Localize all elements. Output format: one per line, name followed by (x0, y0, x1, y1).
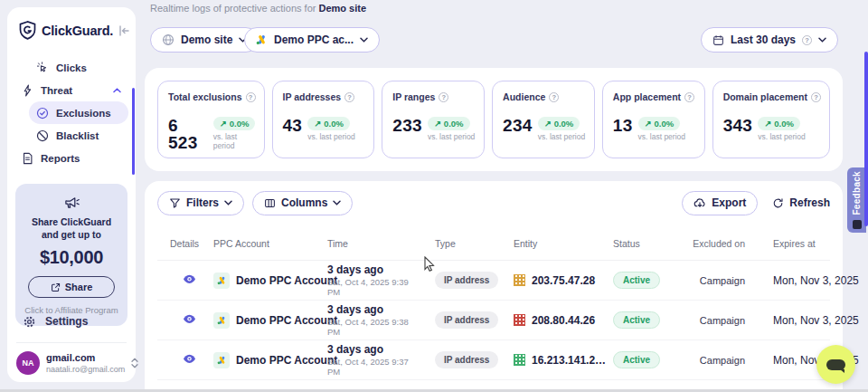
external-link-icon (51, 282, 61, 292)
excluded-on-value: Campaign (691, 355, 758, 366)
sidebar-item-settings[interactable]: Settings (7, 310, 136, 333)
check-circle-icon (36, 107, 49, 120)
site-selector-dropdown[interactable]: Demo site (150, 27, 259, 53)
info-icon[interactable]: ? (549, 92, 559, 102)
report-document-icon (22, 152, 33, 165)
sidebar: ClickGuard. Clicks Threat Exclusions (7, 7, 136, 382)
ban-icon (36, 129, 49, 142)
stat-card-ip-addresses: IP addresses? 43 ↗0.0% vs. last period (272, 81, 375, 158)
account-name: gmail.com (46, 352, 125, 365)
avatar: NA (16, 351, 40, 375)
type-badge: IP address (435, 351, 498, 368)
realtime-caption-text: Realtime logs of protective actions for (150, 3, 318, 14)
export-label: Export (712, 196, 746, 209)
time-relative: 3 days ago (327, 263, 420, 276)
time-relative: 3 days ago (327, 343, 420, 356)
sidebar-item-label: Clicks (56, 62, 87, 73)
stat-card-ip-ranges: IP ranges? 233 ↗0.0% vs. last period (382, 81, 485, 158)
entity-value: 208.80.44.26 (532, 314, 595, 327)
feedback-emoji-icon (853, 220, 862, 229)
col-header-excluded-on[interactable]: Excluded on (691, 238, 758, 250)
type-badge: IP address (435, 272, 498, 289)
sidebar-item-threat[interactable]: Threat (14, 79, 128, 101)
sidebar-nav: Clicks Threat Exclusions Blacklist (7, 49, 136, 169)
col-header-details[interactable]: Details (157, 238, 197, 250)
google-ads-icon (213, 312, 230, 329)
time-absolute: Sat, Oct 4, 2025 9:37 PM (327, 357, 420, 377)
type-badge: IP address (435, 311, 498, 329)
chat-launcher-button[interactable] (816, 345, 855, 384)
stat-period: vs. last period (538, 132, 585, 141)
details-eye-icon[interactable] (183, 314, 196, 324)
col-header-ppc-account[interactable]: PPC Account (197, 238, 311, 250)
refresh-button[interactable]: Refresh (772, 196, 830, 209)
date-range-dropdown[interactable]: Last 30 days ? (701, 27, 838, 53)
expires-at-value: Mon, Nov 3, 2025 (758, 314, 830, 327)
details-eye-icon[interactable] (183, 354, 196, 364)
info-icon: ? (802, 35, 812, 45)
entity-identicon (514, 314, 525, 326)
sidebar-item-label: Threat (41, 85, 72, 96)
gear-icon (23, 315, 36, 329)
col-header-status[interactable]: Status (599, 238, 691, 250)
sidebar-item-exclusions[interactable]: Exclusions (29, 101, 128, 124)
col-header-type[interactable]: Type (420, 238, 499, 250)
stat-label: Domain placement (723, 91, 807, 102)
sidebar-item-blacklist[interactable]: Blacklist (29, 124, 128, 147)
col-header-time[interactable]: Time (311, 238, 420, 250)
sidebar-item-label: Reports (41, 153, 80, 164)
calendar-icon (712, 34, 724, 46)
time-absolute: Sat, Oct 4, 2025 9:39 PM (327, 277, 420, 297)
stat-period: vs. last period (428, 132, 475, 141)
stat-value: 343 (723, 117, 753, 134)
info-icon[interactable]: ? (811, 92, 821, 102)
stat-card-domain-placement: Domain placement? 343 ↗0.0% vs. last per… (712, 81, 830, 158)
columns-label: Columns (281, 196, 327, 209)
google-ads-icon (213, 272, 230, 289)
account-switcher[interactable]: NA gmail.com naatali.ro@gmail.com (7, 351, 136, 375)
col-header-entity[interactable]: Entity (499, 238, 599, 250)
collapse-sidebar-icon[interactable] (118, 25, 130, 36)
funnel-icon (169, 197, 181, 209)
details-eye-icon[interactable] (183, 274, 196, 284)
info-icon[interactable]: ? (439, 92, 448, 102)
stat-value: 6 523 (168, 117, 208, 151)
filters-label: Filters (186, 196, 219, 209)
info-icon[interactable]: ? (684, 92, 694, 102)
share-button[interactable]: Share (28, 276, 115, 298)
export-button[interactable]: Export (682, 191, 758, 215)
vertical-scrollbar[interactable] (864, 52, 868, 226)
table-row: Demo PPC Account 3 days agoSat, Oct 4, 2… (157, 340, 830, 380)
info-icon[interactable]: ? (246, 92, 256, 102)
sidebar-item-clicks[interactable]: Clicks (29, 56, 128, 79)
columns-button[interactable]: Columns (252, 191, 353, 215)
stat-period: vs. last period (638, 132, 685, 141)
chevron-up-icon[interactable] (113, 88, 121, 93)
sidebar-item-reports[interactable]: Reports (14, 147, 128, 169)
stat-period: vs. last period (213, 132, 256, 150)
globe-icon (162, 33, 175, 46)
date-range-value: Last 30 days (731, 33, 796, 46)
refresh-icon (772, 197, 784, 209)
feedback-tab[interactable]: Feedback (847, 167, 866, 233)
excluded-on-value: Campaign (691, 275, 758, 286)
promo-text: Share ClickGuard and get up to (21, 215, 122, 241)
sidebar-item-label: Exclusions (56, 108, 111, 119)
columns-icon (264, 197, 276, 209)
click-cursor-icon (36, 62, 49, 74)
affiliate-promo-card: Share ClickGuard and get up to $10,000 S… (15, 184, 127, 326)
status-badge: Active (613, 351, 660, 368)
stat-card-total-exclusions: Total exclusions? 6 523 ↗0.0% vs. last p… (157, 81, 265, 158)
info-icon[interactable]: ? (344, 92, 354, 102)
ppc-account-selector-dropdown[interactable]: Demo PPC ac... (244, 27, 380, 53)
stat-label: IP addresses (283, 91, 342, 102)
time-relative: 3 days ago (327, 303, 420, 316)
chat-bubble-icon (826, 359, 845, 370)
trend-up-icon: ↗ (434, 119, 441, 129)
filters-button[interactable]: Filters (157, 191, 244, 215)
stat-label: Total exclusions (168, 91, 242, 102)
sidebar-scrollbar[interactable] (132, 88, 135, 175)
trend-up-icon: ↗ (764, 119, 771, 129)
col-header-expires-at[interactable]: Expires at (758, 238, 830, 250)
stat-delta: 0.0% (324, 119, 344, 129)
